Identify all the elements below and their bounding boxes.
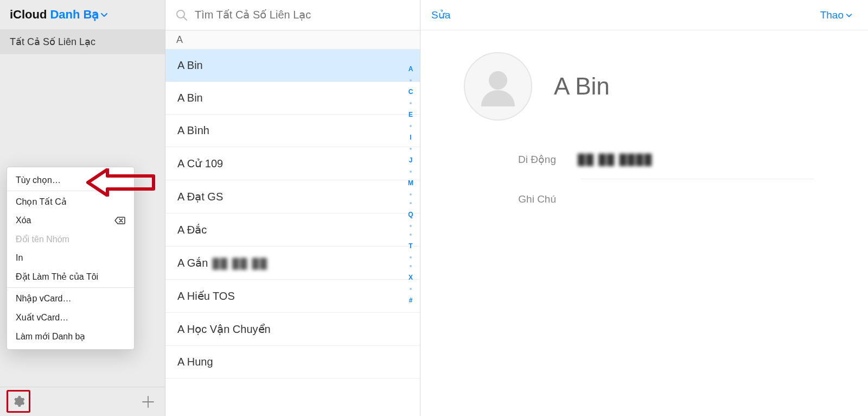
index-letter[interactable]: Q: [408, 211, 413, 218]
index-letter[interactable]: X: [409, 274, 413, 281]
index-dot: [410, 79, 412, 81]
list-section-header: A: [165, 30, 420, 49]
contact-row-extra: ██ ██ ██: [212, 258, 268, 269]
search-bar: [165, 0, 420, 30]
index-letter[interactable]: I: [410, 134, 411, 141]
detail-toolbar: Sửa Thao: [420, 0, 868, 30]
contact-row-name: A Hiếu TOS: [177, 290, 235, 302]
add-button[interactable]: [141, 395, 155, 409]
field-notes: Ghi Chú: [486, 193, 846, 205]
menu-label-make-my-card: Đặt Làm Thẻ của Tôi: [16, 272, 98, 282]
field-separator: [580, 179, 814, 179]
index-letter[interactable]: T: [409, 242, 412, 250]
index-dot: [410, 125, 412, 127]
menu-item-refresh[interactable]: Làm mới Danh bạ: [7, 327, 134, 346]
index-dot: [410, 256, 412, 259]
field-value-mobile[interactable]: ██ ██ ████: [578, 154, 653, 166]
section-title-label: Danh Bạ: [50, 8, 99, 22]
person-icon: [474, 62, 522, 111]
contact-row[interactable]: A Đắc: [165, 213, 420, 247]
index-dot: [410, 234, 412, 236]
sidebar-toolbar: [0, 387, 165, 416]
menu-item-rename-group: Đổi tên Nhóm: [7, 230, 134, 249]
edit-button[interactable]: Sửa: [431, 9, 450, 21]
menu-separator: [7, 287, 134, 288]
contact-row-name: A Bình: [177, 124, 209, 136]
contact-row[interactable]: A Hiếu TOS: [165, 280, 420, 313]
menu-label-refresh: Làm mới Danh bạ: [16, 331, 86, 342]
alphabet-index[interactable]: ACEIJMQTX#: [405, 65, 417, 411]
plus-icon: [141, 395, 155, 409]
chevron-down-icon: [845, 11, 853, 19]
app-title: iCloud: [10, 8, 47, 22]
index-letter[interactable]: J: [409, 156, 413, 164]
contact-list-column: A A BinA BinA BìnhA Cử 109A Đạt GSA ĐắcA…: [165, 0, 420, 416]
annotation-arrow: [86, 168, 155, 197]
contact-row[interactable]: A Học Vận Chuyển: [165, 313, 420, 346]
detail-body: A Bin Di Động ██ ██ ████ Ghi Chú: [420, 30, 868, 416]
contact-list[interactable]: A BinA BinA BìnhA Cử 109A Đạt GSA ĐắcA G…: [165, 49, 420, 416]
index-letter[interactable]: #: [409, 297, 413, 304]
index-dot: [410, 148, 412, 150]
section-dropdown[interactable]: Danh Bạ: [50, 8, 108, 22]
contact-row-name: A Bin: [177, 92, 203, 104]
index-dot: [410, 265, 412, 267]
contact-row[interactable]: A Hung: [165, 346, 420, 379]
contact-row-name: A Cử 109: [177, 157, 223, 169]
menu-item-make-my-card[interactable]: Đặt Làm Thẻ của Tôi: [7, 267, 134, 286]
avatar[interactable]: [464, 52, 532, 121]
search-icon: [175, 9, 188, 22]
index-dot: [410, 288, 412, 290]
index-dot: [410, 102, 412, 104]
contact-row-name: A Bin: [177, 59, 203, 71]
menu-item-import-vcard[interactable]: Nhập vCard…: [7, 289, 134, 308]
menu-label-rename-group: Đổi tên Nhóm: [16, 234, 69, 244]
menu-label-select-all: Chọn Tất Cả: [16, 197, 67, 207]
sidebar-body: Tùy chọn… Chọn Tất Cả Xóa Đổi tên Nhóm I…: [0, 54, 165, 387]
contact-row-name: A Đắc: [177, 224, 207, 236]
gear-icon: [12, 395, 25, 408]
index-letter[interactable]: M: [408, 179, 413, 187]
chevron-down-icon: [100, 10, 108, 19]
contact-row[interactable]: A Gắn██ ██ ██: [165, 247, 420, 280]
menu-item-export-vcard[interactable]: Xuất vCard…: [7, 308, 134, 327]
actions-label: Thao: [820, 9, 844, 21]
settings-button[interactable]: [7, 390, 30, 413]
index-dot: [410, 193, 412, 196]
contact-row[interactable]: A Bình: [165, 115, 420, 147]
index-letter[interactable]: E: [409, 111, 413, 118]
contact-row-name: A Gắn: [177, 257, 208, 269]
contact-row-name: A Hung: [177, 356, 213, 368]
backspace-icon: [114, 217, 125, 224]
actions-dropdown[interactable]: Thao: [820, 9, 853, 21]
index-dot: [410, 225, 412, 227]
index-letter[interactable]: C: [409, 88, 413, 96]
menu-item-delete[interactable]: Xóa: [7, 211, 134, 230]
contact-row-name: A Học Vận Chuyển: [177, 323, 271, 335]
field-label-mobile: Di Động: [486, 153, 556, 166]
menu-label-preferences: Tùy chọn…: [16, 175, 61, 185]
contact-row[interactable]: A Đạt GS: [165, 180, 420, 213]
contact-row-name: A Đạt GS: [177, 191, 223, 203]
field-mobile: Di Động ██ ██ ████: [486, 153, 846, 166]
index-dot: [410, 171, 412, 173]
menu-label-print: In: [16, 253, 23, 263]
contact-name: A Bin: [554, 73, 610, 100]
menu-label-import-vcard: Nhập vCard…: [16, 293, 71, 304]
index-letter[interactable]: A: [409, 65, 413, 73]
app-root: iCloud Danh Bạ Tất Cả Số Liên Lạc Tùy ch…: [0, 0, 868, 416]
contact-detail-panel: Sửa Thao A Bin Di Động ██ ██ ████: [420, 0, 868, 416]
sidebar: iCloud Danh Bạ Tất Cả Số Liên Lạc Tùy ch…: [0, 0, 165, 416]
search-input[interactable]: [195, 9, 410, 21]
field-label-notes: Ghi Chú: [486, 193, 556, 205]
sidebar-group-all-contacts[interactable]: Tất Cả Số Liên Lạc: [0, 29, 165, 54]
menu-label-export-vcard: Xuất vCard…: [16, 312, 68, 323]
contact-row[interactable]: A Bin: [165, 82, 420, 115]
menu-item-print[interactable]: In: [7, 249, 134, 267]
contact-row[interactable]: A Bin: [165, 49, 420, 82]
contact-header: A Bin: [464, 52, 846, 121]
index-dot: [410, 202, 412, 204]
sidebar-header: iCloud Danh Bạ: [0, 0, 165, 29]
menu-label-delete: Xóa: [16, 216, 31, 225]
contact-row[interactable]: A Cử 109: [165, 147, 420, 180]
